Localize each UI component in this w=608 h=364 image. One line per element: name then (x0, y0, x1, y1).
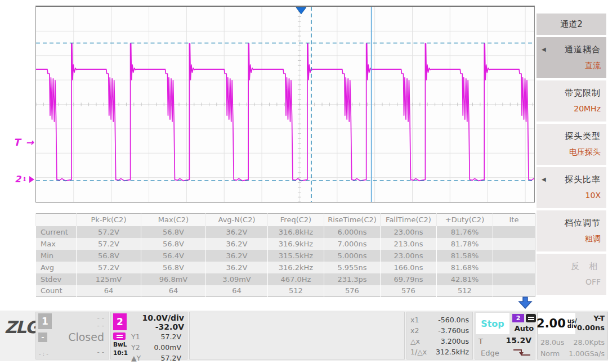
menu-item-value: 电压探头 (569, 147, 601, 158)
table-row: Max57.2V56.8V36.2V316.9kHz7.000ns213.0ns… (36, 238, 535, 250)
waveform-svg[interactable] (36, 7, 534, 202)
table-scroll-down-arrow[interactable] (517, 296, 534, 311)
channel2-position-label: 2 (15, 174, 21, 185)
menu-item-1[interactable]: 带宽限制20MHz (537, 80, 606, 122)
menu-item-0[interactable]: ◀通道耦合直流 (537, 37, 606, 78)
run-stop-button[interactable]: Stop (476, 313, 509, 334)
channel1-status-panel[interactable]: 1 - - - - - Closed - : - - - (35, 312, 109, 359)
table-cell: 56.8V (77, 250, 141, 262)
channel1-dash3: - - (97, 348, 104, 356)
menu-item-4[interactable]: 档位调节粗调 (537, 210, 606, 251)
trigger-coupling-icon (526, 314, 536, 322)
menu-item-label: 通道耦合 (565, 44, 601, 55)
updown-arrows-icon: ↕ (22, 176, 26, 182)
table-cell: 64 (206, 285, 268, 297)
readout-value: 57.2V (161, 331, 181, 342)
table-cell: 512 (268, 285, 324, 297)
row-label: Current (36, 226, 77, 238)
table-cell: 5.955ns (324, 262, 381, 273)
left-arrow-icon: ◀ (542, 46, 546, 52)
channel2-badge: 2 (113, 313, 127, 330)
readout-row: △x 3.200us (407, 336, 472, 347)
table-cell (493, 262, 535, 273)
left-arrow-icon: ◀ (542, 176, 546, 182)
table-cell: 36.2V (206, 226, 268, 238)
cursor-readout-panel: x1 -560.0nsx2 -3.760us△x 3.200us1/△x 312… (406, 312, 473, 359)
capture-points: 28.0Kpts (574, 338, 605, 347)
readout-label: x1 (410, 314, 419, 325)
oscilloscope-app: T → 2 ↕ Pk-Pk(C2)Max(C2)Avg-N(C2)Freq(C2… (0, 0, 608, 364)
timebase-scale-unit: us/div (567, 318, 577, 329)
empty-panel (189, 312, 405, 359)
table-cell: 36.2V (206, 250, 268, 262)
readout-label: Y2 (131, 342, 140, 353)
table-cell: 57.2V (77, 238, 141, 250)
display-mode: Y-T (593, 314, 605, 322)
table-cell: 23.00ns (381, 226, 437, 238)
table-cell: 231.3ps (324, 273, 381, 285)
table-cell: 512 (437, 285, 493, 297)
capture-window: 28.0us (540, 338, 564, 347)
sidebar-items: ◀通道耦合直流带宽限制20MHz探头类型电压探头◀探头比率10X档位调节粗调反 … (537, 37, 608, 295)
channel2-position-marker[interactable]: 2 ↕ (15, 174, 34, 185)
channel2-trace (36, 43, 534, 181)
trigger-level-marker[interactable]: T → (14, 137, 35, 148)
readout-label: ▲Y (131, 353, 141, 363)
table-row: Current57.2V56.8V36.2V316.8kHz6.000ns23.… (36, 226, 535, 238)
menu-item-value: 直流 (585, 61, 601, 71)
acquire-mode: Norm (540, 349, 560, 358)
table-column-header: Max(C2) (141, 214, 206, 226)
table-cell: 213.0ns (381, 238, 437, 250)
table-cell: 36.2V (206, 238, 268, 250)
menu-title: 通道2 (537, 14, 606, 35)
trigger-mode: Auto (512, 324, 536, 332)
menu-item-value: 粗调 (585, 234, 601, 244)
row-label: Stdev (36, 273, 77, 285)
readout-value: 57.2V (161, 353, 181, 363)
table-cell (493, 226, 535, 238)
menu-item-3[interactable]: ◀探头比率10X (537, 167, 606, 208)
row-label: Max (36, 238, 77, 250)
dc-coupling-icon (113, 332, 126, 340)
readout-label: △x (410, 336, 420, 347)
table-cell: 56.4V (141, 250, 206, 262)
readout-row: x1 -560.0ns (407, 314, 472, 325)
menu-item-label: 反 相 (571, 261, 601, 272)
table-cell: 3.09mV (206, 273, 268, 285)
table-cell: 23.00ns (381, 250, 437, 262)
menu-item-label: 探头类型 (565, 131, 601, 142)
table-cell: 64 (141, 285, 206, 297)
table-cell: 7.000ns (324, 238, 381, 250)
trigger-type: Edge (481, 349, 499, 357)
readout-row: Y1 57.2V (128, 331, 185, 342)
status-bar: ZLG® 1 - - - - - Closed - : - - - 2 10.0… (0, 311, 608, 361)
readout-row: Y2 0.00mV (128, 342, 185, 353)
table-cell: 69.79ns (381, 273, 437, 285)
measurement-table: Pk-Pk(C2)Max(C2)Avg-N(C2)Freq(C2)RiseTim… (35, 213, 535, 297)
table-cell: 81.78% (437, 238, 493, 250)
table-cell: 576 (381, 285, 437, 297)
right-triangle-icon (29, 176, 34, 183)
table-cell: 316.9kHz (268, 238, 324, 250)
timebase-panel[interactable]: 2.00 us/div Y-T 0.00ns 28.0us 28.0Kpts N… (537, 312, 608, 359)
waveform-display[interactable] (35, 6, 535, 203)
channel2-status-panel[interactable]: 2 10.0V/div -32.0V BwL 10:1 Y1 57.2VY2 0… (110, 312, 187, 359)
menu-item-label: 带宽限制 (565, 88, 601, 98)
table-cell: 5.000ns (324, 250, 381, 262)
table-column-header: FallTime(C2) (381, 214, 437, 226)
table-cell: 81.68% (437, 262, 493, 273)
trigger-panel[interactable]: Stop 2 Auto T 15.2V Edge (475, 312, 535, 359)
menu-item-5[interactable]: 反 相OFF (537, 254, 606, 295)
timebase-scale-box[interactable]: 2.00 us/div (538, 313, 575, 334)
table-column-header: Ite (493, 214, 535, 226)
table-cell: 316.8kHz (268, 226, 324, 238)
table-column-header: Avg-N(C2) (206, 214, 268, 226)
table-column-header: RiseTime(C2) (324, 214, 381, 226)
trigger-level-value: 15.2V (506, 336, 531, 345)
menu-item-2[interactable]: 探头类型电压探头 (537, 124, 606, 165)
sample-rate: 1.00GSa/s (569, 349, 605, 358)
table-cell: 125mV (77, 273, 141, 285)
table-column-header (36, 214, 77, 226)
channel2-scale: 10.0V/div (142, 313, 184, 322)
channel1-offset: - - (97, 322, 104, 330)
